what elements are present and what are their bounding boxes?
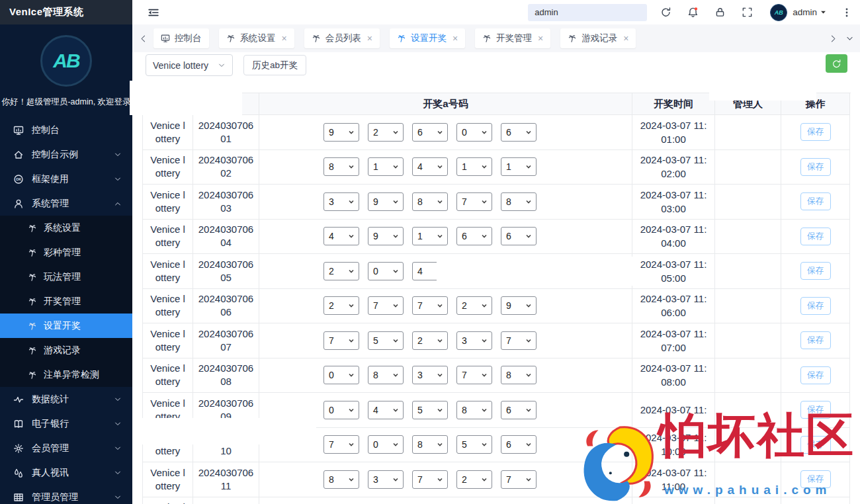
save-button[interactable]: 保存 bbox=[800, 366, 831, 384]
number-select[interactable]: 5 bbox=[456, 435, 492, 454]
number-select[interactable]: 7 bbox=[412, 470, 448, 489]
number-select[interactable]: 2 bbox=[368, 123, 404, 142]
sidebar-subitem[interactable]: 注单异常检测 bbox=[0, 362, 132, 387]
number-select[interactable]: 1 bbox=[368, 157, 404, 176]
save-button[interactable]: 保存 bbox=[800, 331, 831, 349]
save-button[interactable]: 保存 bbox=[800, 228, 831, 245]
number-select[interactable]: 2 bbox=[456, 296, 492, 315]
refresh-icon[interactable] bbox=[660, 7, 671, 18]
tab-scroll-right-icon[interactable] bbox=[829, 34, 838, 43]
fullscreen-icon[interactable] bbox=[742, 7, 753, 18]
tab-scroll-left-icon[interactable] bbox=[139, 34, 148, 43]
sidebar-item[interactable]: 管理员管理 bbox=[0, 485, 132, 504]
number-select[interactable]: 6 bbox=[501, 435, 537, 454]
number-select[interactable]: 9 bbox=[368, 192, 404, 211]
number-select[interactable]: 2 bbox=[412, 331, 448, 350]
number-select[interactable]: 6 bbox=[456, 227, 492, 245]
kebab-menu-icon[interactable] bbox=[841, 7, 852, 18]
number-select[interactable]: 3 bbox=[323, 192, 359, 211]
sidebar-item[interactable]: 会员管理 bbox=[0, 436, 132, 460]
number-select[interactable]: 8 bbox=[412, 192, 448, 211]
save-button[interactable]: 保存 bbox=[800, 123, 831, 141]
sidebar-subitem[interactable]: 游戏记录 bbox=[0, 338, 132, 362]
save-button[interactable]: 保存 bbox=[800, 192, 831, 210]
number-select[interactable]: 2 bbox=[323, 262, 359, 280]
sidebar-subitem[interactable]: 设置开奖 bbox=[0, 314, 132, 338]
number-select[interactable]: 3 bbox=[456, 331, 492, 350]
close-icon[interactable]: × bbox=[367, 34, 372, 43]
save-button[interactable]: 保存 bbox=[800, 297, 831, 315]
number-select[interactable]: 8 bbox=[501, 366, 537, 384]
save-button[interactable]: 保存 bbox=[800, 436, 831, 454]
number-select[interactable]: 5 bbox=[412, 401, 448, 419]
sidebar-item[interactable]: 数据统计 bbox=[0, 387, 132, 411]
close-icon[interactable]: × bbox=[623, 34, 628, 43]
number-select[interactable]: 8 bbox=[456, 401, 492, 419]
number-select[interactable]: 1 bbox=[501, 157, 537, 176]
sidebar-item[interactable]: 真人视讯 bbox=[0, 460, 132, 485]
user-menu-label[interactable]: admin bbox=[793, 7, 817, 17]
number-select[interactable]: 8 bbox=[323, 470, 359, 489]
number-select[interactable]: 6 bbox=[412, 123, 448, 142]
number-select[interactable]: 3 bbox=[368, 470, 404, 489]
number-select[interactable]: 6 bbox=[501, 227, 537, 245]
number-select[interactable]: 7 bbox=[456, 192, 492, 211]
caret-down-icon[interactable] bbox=[820, 9, 827, 16]
search-input[interactable] bbox=[528, 4, 647, 21]
save-button[interactable]: 保存 bbox=[800, 470, 831, 488]
tab-list-toggle-icon[interactable] bbox=[845, 34, 854, 43]
sidebar-item[interactable]: 控制台 bbox=[0, 118, 132, 142]
number-select[interactable]: 7 bbox=[501, 331, 537, 350]
close-icon[interactable]: × bbox=[282, 34, 287, 43]
sidebar-item[interactable]: 电子银行 bbox=[0, 411, 132, 436]
number-select[interactable]: 0 bbox=[368, 435, 404, 454]
close-icon[interactable]: × bbox=[452, 34, 458, 43]
number-select[interactable]: 9 bbox=[368, 227, 404, 245]
number-select[interactable]: 2 bbox=[456, 470, 492, 489]
number-select[interactable]: 0 bbox=[323, 366, 359, 384]
number-select[interactable]: 7 bbox=[412, 296, 448, 315]
number-select[interactable]: 7 bbox=[456, 366, 492, 384]
tab[interactable]: 系统设置 × bbox=[219, 28, 294, 48]
number-select[interactable]: 7 bbox=[323, 331, 359, 350]
sidebar-subitem[interactable]: 彩种管理 bbox=[0, 240, 132, 265]
number-select[interactable]: 8 bbox=[412, 435, 448, 454]
number-select[interactable]: 9 bbox=[323, 123, 359, 142]
collapse-menu-icon[interactable] bbox=[147, 6, 160, 19]
number-select[interactable]: 7 bbox=[501, 470, 537, 489]
tab[interactable]: 游戏记录 × bbox=[560, 28, 636, 48]
save-button[interactable]: 保存 bbox=[800, 262, 831, 280]
number-select[interactable]: 8 bbox=[501, 192, 537, 211]
number-select[interactable]: 6 bbox=[501, 123, 537, 142]
number-select[interactable]: 5 bbox=[368, 331, 404, 350]
number-select[interactable]: 9 bbox=[501, 296, 537, 315]
number-select[interactable]: 0 bbox=[323, 401, 359, 419]
sidebar-item[interactable]: OK 框架使用 bbox=[0, 167, 132, 191]
save-button[interactable]: 保存 bbox=[800, 158, 831, 176]
sidebar-subitem[interactable]: 系统设置 bbox=[0, 216, 132, 240]
sidebar-item[interactable]: 控制台示例 bbox=[0, 142, 132, 167]
avatar[interactable]: AB bbox=[770, 4, 787, 21]
number-select[interactable]: 2 bbox=[323, 296, 359, 315]
number-select[interactable]: 4 bbox=[323, 227, 359, 245]
sidebar-subitem[interactable]: 玩法管理 bbox=[0, 265, 132, 289]
tab[interactable]: 控制台 bbox=[153, 28, 209, 48]
number-select[interactable]: 4 bbox=[368, 401, 404, 419]
number-select[interactable]: 3 bbox=[412, 366, 448, 384]
lock-icon[interactable] bbox=[714, 7, 726, 18]
number-select[interactable]: 7 bbox=[323, 435, 359, 454]
lottery-select[interactable]: Venice lottery bbox=[146, 54, 233, 76]
number-select[interactable]: 7 bbox=[368, 296, 404, 315]
number-select[interactable]: 0 bbox=[368, 262, 404, 280]
sidebar-subitem[interactable]: 开奖管理 bbox=[0, 289, 132, 314]
sidebar-item[interactable]: 系统管理 bbox=[0, 191, 132, 216]
number-select[interactable]: 4 bbox=[412, 157, 448, 176]
number-select[interactable]: 1 bbox=[456, 157, 492, 176]
number-select[interactable]: 0 bbox=[456, 123, 492, 142]
number-select[interactable]: 8 bbox=[323, 157, 359, 176]
save-button[interactable]: 保存 bbox=[800, 401, 831, 419]
history-ab-button[interactable]: 历史ab开奖 bbox=[243, 55, 306, 75]
tab[interactable]: 开奖管理 × bbox=[475, 28, 550, 48]
close-icon[interactable]: × bbox=[538, 34, 543, 43]
number-select[interactable]: 6 bbox=[501, 401, 537, 419]
